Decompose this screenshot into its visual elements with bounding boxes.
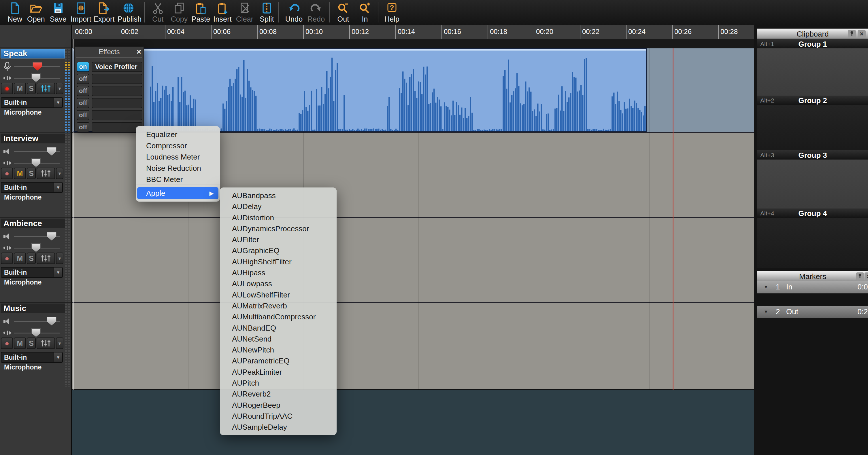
zoom-in-button[interactable]: In [354, 1, 376, 24]
volume-knob[interactable] [47, 232, 57, 240]
effect-toggle-off[interactable]: off [76, 86, 89, 96]
track-title[interactable]: Interview [1, 134, 65, 143]
menu-item-apple[interactable]: Apple▶ [137, 187, 218, 199]
new-button[interactable]: New [4, 1, 26, 24]
effect-toggle-off[interactable]: off [76, 74, 89, 84]
marker-row[interactable]: ▼ 1 In 0:00 [757, 281, 868, 293]
split-button[interactable]: Split [256, 1, 278, 24]
solo-button[interactable]: S [27, 83, 36, 94]
menu-item-noise-reduction[interactable]: Noise Reduction [136, 163, 220, 174]
audio-clip[interactable] [73, 48, 647, 132]
track-lane-music[interactable] [72, 303, 754, 389]
effect-name-field[interactable] [92, 98, 142, 108]
zoom-out-button[interactable]: Out [332, 1, 354, 24]
submenu-item-audelay[interactable]: AUDelay [220, 201, 337, 212]
track-section-ambience[interactable]: Ambience ● M S ▼ Built-in Microphone▼ [0, 218, 71, 303]
track-options-button[interactable]: ▼ [56, 337, 63, 349]
marker-disclosure-icon[interactable]: ▼ [764, 281, 768, 293]
submenu-item-aunewpitch[interactable]: AUNewPitch [220, 345, 337, 355]
close-icon[interactable]: × [858, 30, 866, 38]
pan-slider[interactable] [0, 157, 65, 169]
marker-disclosure-icon[interactable]: ▼ [764, 306, 768, 318]
submenu-item-auparametriceq[interactable]: AUParametricEQ [220, 355, 337, 366]
submenu-item-aureverb2[interactable]: AUReverb2 [220, 388, 337, 399]
volume-knob[interactable] [47, 317, 57, 325]
in-marker-line[interactable] [73, 39, 73, 390]
clipboard-group-body[interactable] [757, 105, 868, 150]
menu-item-loudness-meter[interactable]: Loudness Meter [136, 152, 220, 163]
submenu-item-aulowshelffilter[interactable]: AULowShelfFilter [220, 289, 337, 300]
mute-button[interactable]: M [14, 253, 26, 264]
input-device-select[interactable]: Built-in Microphone▼ [1, 182, 63, 193]
track-title[interactable]: Ambience [1, 219, 65, 228]
copy-button[interactable]: Copy [168, 1, 190, 24]
track-section-speak[interactable]: Speak ● M S ▼ Built-in Microphone▼ [0, 47, 71, 133]
panel-divider[interactable] [71, 25, 72, 455]
submenu-item-aunbandeq[interactable]: AUNBandEQ [220, 323, 337, 333]
undo-button[interactable]: Undo [283, 1, 305, 24]
submenu-item-auhighshelffilter[interactable]: AUHighShelfFilter [220, 256, 337, 267]
record-level-knob[interactable] [33, 62, 42, 70]
effect-name-field[interactable] [92, 74, 142, 84]
volume-knob[interactable] [47, 147, 57, 156]
track-lane-ambience[interactable] [72, 218, 754, 302]
track-options-button[interactable]: ▼ [56, 83, 63, 94]
timeline-ruler[interactable]: 00:00 00:02 00:04 00:06 00:08 00:10 00:1… [72, 25, 754, 39]
publish-button[interactable]: Publish [118, 1, 140, 24]
submenu-item-auroundtripaac[interactable]: AURoundTripAAC [220, 411, 337, 422]
clipboard-group-header[interactable]: Alt+2 Group 2 [757, 95, 868, 105]
clipboard-group-body[interactable] [757, 160, 868, 208]
playhead[interactable] [673, 48, 674, 390]
record-arm-button[interactable]: ● [1, 253, 13, 264]
clipboard-panel-header[interactable]: Clipboard × [757, 28, 868, 39]
input-device-select[interactable]: Built-in Microphone▼ [1, 352, 63, 363]
redo-button[interactable]: Redo [305, 1, 327, 24]
mute-button[interactable]: M [14, 168, 26, 179]
import-button[interactable]: Import [70, 1, 92, 24]
submenu-item-aufilter[interactable]: AUFilter [220, 234, 337, 245]
clipboard-group-header[interactable]: Alt+1 Group 1 [757, 39, 868, 48]
clipboard-group-header[interactable]: Alt+3 Group 3 [757, 150, 868, 160]
clipboard-group-body[interactable] [757, 218, 868, 268]
submenu-item-aurogerbeep[interactable]: AURogerBeep [220, 400, 337, 411]
record-arm-button[interactable]: ● [1, 83, 13, 94]
markers-panel-header[interactable]: Markers × [757, 271, 868, 282]
clear-button[interactable]: Clear [234, 1, 256, 24]
submenu-item-aunetsend[interactable]: AUNetSend [220, 333, 337, 345]
close-icon[interactable]: × [136, 47, 141, 57]
volume-slider[interactable] [0, 146, 65, 157]
submenu-item-aumultibandcompressor[interactable]: AUMultibandCompressor [220, 311, 337, 322]
track-section-interview[interactable]: Interview ● M S ▼ Built-in Microphone▼ [0, 132, 71, 218]
effect-toggle-off[interactable]: off [76, 122, 89, 132]
track-options-button[interactable]: ▼ [56, 168, 63, 179]
record-level-slider[interactable] [0, 61, 65, 72]
submenu-item-audynamicsprocessor[interactable]: AUDynamicsProcessor [220, 223, 337, 234]
effect-name-field[interactable] [92, 86, 142, 96]
pan-slider[interactable] [0, 242, 65, 254]
input-device-select[interactable]: Built-in Microphone▼ [1, 267, 63, 278]
eq-button[interactable] [37, 83, 55, 94]
effect-name-field[interactable] [92, 122, 142, 132]
eq-button[interactable] [37, 337, 55, 349]
volume-slider[interactable] [0, 231, 65, 242]
solo-button[interactable]: S [27, 253, 36, 264]
mute-button[interactable]: M [14, 83, 26, 94]
menu-item-equalizer[interactable]: Equalizer [136, 129, 220, 140]
timeline-area[interactable] [72, 39, 754, 455]
track-section-music[interactable]: Music ● M S ▼ Built-in Microphone▼ [0, 302, 71, 388]
submenu-item-augraphiceq[interactable]: AUGraphicEQ [220, 245, 337, 256]
effect-name-field[interactable] [92, 110, 142, 120]
cut-button[interactable]: Cut [147, 1, 169, 24]
pan-slider[interactable] [0, 327, 65, 339]
insert-button[interactable]: Insert [212, 1, 234, 24]
track-title[interactable]: Music [1, 303, 65, 313]
track-title[interactable]: Speak [1, 49, 65, 59]
menu-item-bbc-meter[interactable]: BBC Meter [136, 174, 220, 185]
submenu-item-ausampledelay[interactable]: AUSampleDelay [220, 422, 337, 432]
input-device-select[interactable]: Built-in Microphone▼ [1, 97, 63, 108]
track-options-button[interactable]: ▼ [56, 253, 63, 264]
export-button[interactable]: Export [93, 1, 115, 24]
effect-name-field[interactable]: Voice Profiler [92, 62, 142, 72]
mute-button[interactable]: M [14, 337, 26, 349]
effect-toggle-off[interactable]: off [76, 110, 89, 120]
